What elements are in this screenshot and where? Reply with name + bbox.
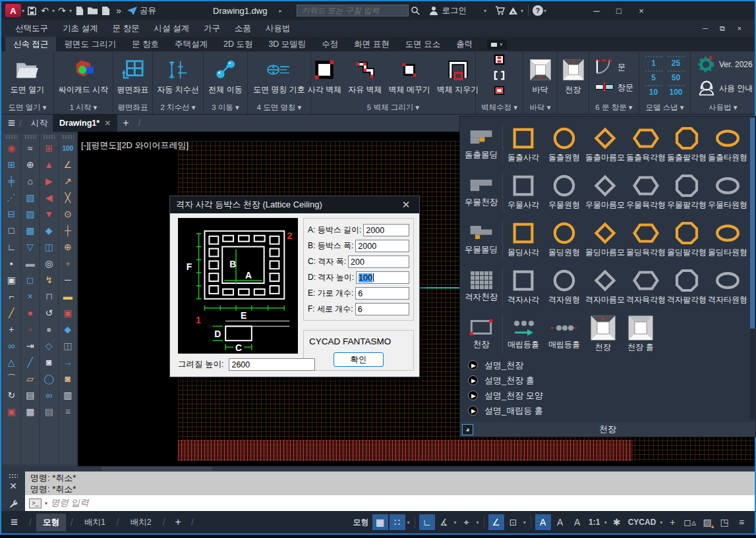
polygon-tool-icon[interactable]: ⌂ (22, 173, 38, 190)
command-input[interactable]: >_ ▾ 명령 입력 (25, 495, 755, 511)
annotation-scale-value[interactable]: 1:1 (587, 514, 602, 530)
group-move[interactable]: 3 이동 ▾ (204, 101, 247, 114)
group-usage[interactable]: 사용법 ▾ (691, 101, 755, 114)
model-space-button[interactable]: 모형 (351, 514, 371, 530)
palette-item[interactable]: 격자팔각형 (666, 267, 707, 306)
rotate-tool-icon[interactable]: ↻ (3, 387, 20, 404)
autodesk-caret-icon[interactable]: ▾ (521, 8, 523, 14)
undo-caret-icon[interactable]: ▾ (52, 8, 55, 14)
zoom-window-icon[interactable]: ◎ (41, 256, 57, 272)
field-input-f[interactable]: 6 (355, 303, 409, 315)
field-input-b[interactable]: 2000 (355, 240, 409, 252)
explode-tool-icon[interactable]: ● (22, 305, 38, 321)
doc-restore-button[interactable]: ⧉ (714, 22, 731, 34)
toolbar-grip[interactable] (62, 135, 74, 139)
command-history[interactable]: 명령: *취소* 명령: *취소* (25, 471, 755, 495)
linear-dim-icon[interactable]: ─ (59, 272, 76, 288)
palette-item[interactable]: 우물마름모 (585, 173, 625, 211)
login-label[interactable]: 로그인 (442, 5, 467, 16)
fullscreen-icon[interactable]: ◳ (716, 514, 732, 530)
tab-drawing-elements[interactable]: 도면 요소 (397, 37, 448, 51)
tab-2d-shapes[interactable]: 2D 도형 (216, 37, 260, 51)
eraser-icon[interactable]: ╱ (3, 305, 20, 321)
workspace-label[interactable]: CYCAD (626, 514, 658, 530)
fillet-tool-icon[interactable]: ⌒ (3, 371, 20, 387)
category-protrude-molding[interactable]: 돌출몰딩 (460, 121, 502, 168)
group-start[interactable]: 1 시작 ▾ (54, 101, 113, 114)
tab-display[interactable]: 화면 표현 (346, 37, 397, 51)
layout-tool-icon[interactable]: ▤ (41, 404, 57, 420)
circle-tool-icon[interactable]: ⊕ (22, 157, 38, 173)
menu-furniture[interactable]: 가구 (196, 23, 227, 34)
osnap-tracking-icon[interactable]: ⌖ (459, 514, 475, 530)
palette-item[interactable]: 돌출팔각형 (666, 125, 707, 163)
polar-tracking-icon[interactable]: ∡ (436, 514, 452, 530)
app-logo[interactable]: A (5, 4, 21, 17)
palette-item[interactable]: 몰딩사각 (503, 220, 544, 258)
close-button[interactable]: × (630, 3, 653, 18)
quick-view-icon[interactable]: ↯ (41, 272, 57, 288)
tab-doors-windows[interactable]: 문 창호 (124, 37, 167, 51)
offset-up-icon[interactable]: ▲ (41, 157, 57, 173)
group-open[interactable]: 도면 열기 ▾ (1, 101, 53, 114)
palette-item[interactable]: 격자원형 (544, 267, 585, 306)
camera-tool-icon[interactable]: ◙ (41, 354, 57, 371)
tab-quick-access[interactable]: 신속 접근 (5, 37, 56, 51)
array-tool-icon[interactable]: ▤ (22, 387, 38, 404)
command-prompt-icon[interactable]: >_ (29, 498, 42, 508)
dropdown-caret-icon[interactable]: ▾ (660, 520, 662, 525)
menu-props[interactable]: 소품 (227, 23, 258, 34)
free-wall-button[interactable]: 자유 벽체 (347, 57, 383, 95)
user-icon[interactable] (427, 4, 440, 17)
new-drawing-tab-button[interactable]: + (123, 117, 129, 129)
field-input-c[interactable]: 200 (348, 256, 409, 268)
minimize-button[interactable]: ─ (585, 3, 608, 18)
palette-item[interactable]: 매립등홀 (544, 317, 585, 350)
box-3d-icon[interactable]: ▧ (22, 190, 38, 206)
offset-right-icon[interactable]: ▶ (41, 173, 57, 190)
surface-3d-icon[interactable]: ▨ (22, 206, 38, 223)
pline-tool-icon[interactable]: ▣ (3, 404, 20, 420)
wall-box-icon[interactable] (494, 86, 505, 98)
category-ceiling[interactable]: 천장 (460, 310, 502, 358)
open-folder-icon[interactable] (86, 4, 99, 17)
group-door-window[interactable]: 6 문 창문 ▾ (589, 101, 639, 114)
ruler-tool-icon[interactable]: ▬ (59, 288, 76, 305)
grid-point-icon[interactable]: ┼ (59, 223, 76, 239)
dropdown-caret-icon[interactable]: ▾ (477, 520, 479, 525)
extend-tool-icon[interactable]: ⇥ (22, 338, 38, 354)
file-tabs-menu-icon[interactable]: ≡ (8, 116, 15, 130)
move-all-button[interactable]: 전체 이동 (207, 57, 243, 95)
command-close-icon[interactable]: ✕ (9, 481, 17, 491)
palette-item[interactable]: 몰딩육각형 (625, 220, 666, 258)
sphere-3d-icon[interactable]: ● (41, 321, 57, 338)
door-panel-icon[interactable]: ◫ (41, 239, 57, 256)
palette-item[interactable]: 우물사각 (503, 173, 544, 211)
toolbar-expand-icon[interactable]: » (112, 4, 125, 17)
snap-10-button[interactable]: 10 (645, 85, 662, 97)
palette-item[interactable]: 돌출마름모 (585, 125, 625, 163)
slab-3d-icon[interactable]: ▬ (22, 256, 38, 272)
toolbar-grip[interactable] (5, 135, 17, 139)
palette-item[interactable]: 격자육각형 (625, 267, 666, 306)
cart-icon[interactable] (494, 4, 507, 17)
command-caret-icon[interactable]: ▾ (45, 500, 47, 506)
tab-house-design[interactable]: 주택설계 (167, 37, 216, 51)
palette-item[interactable]: 우물원형 (544, 173, 585, 211)
copy-tool-icon[interactable]: ∞ (3, 338, 20, 354)
snap-100-icon[interactable]: 100 (59, 140, 76, 157)
autodesk-logo-icon[interactable] (507, 4, 520, 17)
ortho-mode-icon[interactable]: ∟ (419, 514, 435, 530)
dialog-titlebar[interactable]: 격자 사각 등박스 천장 (Lattice Ceiling) ✕ (170, 196, 419, 213)
toolbar-grip[interactable] (24, 135, 36, 139)
window-tool-icon[interactable]: ⊞ (41, 140, 57, 157)
snap-5-button[interactable]: 5 (645, 70, 662, 82)
ok-button[interactable]: 확인 (334, 352, 384, 367)
tab-output[interactable]: 출력 (448, 37, 480, 51)
auto-dimension-icon[interactable]: ╪ (3, 173, 20, 190)
customize-plus-icon[interactable]: + (664, 514, 680, 530)
window-pane-icon[interactable]: ◫ (59, 338, 76, 354)
center-point-icon[interactable]: ⊙ (59, 206, 76, 223)
angle-dim-icon[interactable]: ∠ (59, 157, 76, 173)
palette-item[interactable]: 몰딩원형 (544, 220, 585, 258)
